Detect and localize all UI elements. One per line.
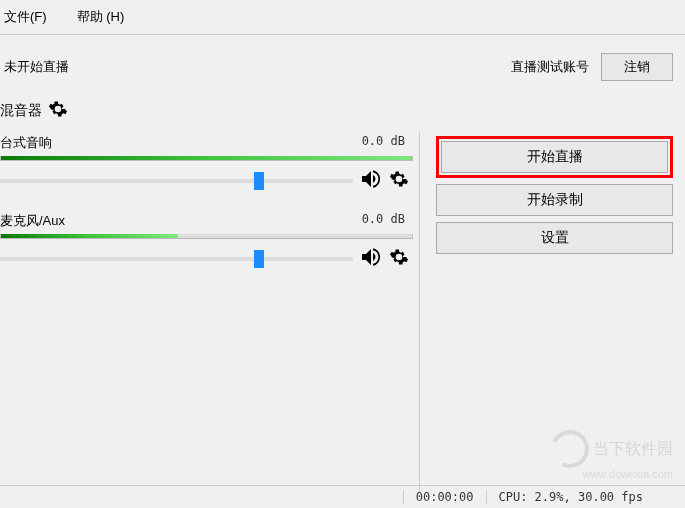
level-meter [0,156,413,161]
watermark-logo-icon [546,425,595,474]
gear-icon[interactable] [389,169,409,192]
stream-status-label: 未开始直播 [4,58,69,76]
watermark-url: www.downxia.com [551,468,673,480]
settings-button[interactable]: 设置 [436,222,673,254]
slider-thumb[interactable] [254,172,264,190]
gear-icon[interactable] [389,247,409,270]
level-fill [1,156,412,160]
status-time: 00:00:00 [403,490,486,504]
level-meter [0,234,413,239]
mixer-title: 混音器 [0,102,42,120]
mixer-item-name: 麦克风/Aux [0,212,65,230]
mixer-item: 麦克风/Aux 0.0 dB [0,210,413,272]
gear-icon[interactable] [48,99,68,122]
mixer-item: 台式音响 0.0 dB [0,132,413,194]
account-label: 直播测试账号 [511,58,589,76]
status-row: 未开始直播 直播测试账号 注销 [0,35,685,91]
watermark-text: 当下软件园 [593,439,673,460]
speaker-icon[interactable] [359,245,383,272]
menubar: 文件(F) 帮助 (H) [0,0,685,34]
watermark: 当下软件园 www.downxia.com [551,430,673,480]
menu-file[interactable]: 文件(F) [4,8,47,26]
status-cpu: CPU: 2.9%, 30.00 fps [486,490,656,504]
mixer-item-name: 台式音响 [0,134,52,152]
volume-slider[interactable] [0,179,353,183]
volume-slider[interactable] [0,257,353,261]
logout-button[interactable]: 注销 [601,53,673,81]
menu-help[interactable]: 帮助 (H) [77,8,125,26]
start-record-button[interactable]: 开始录制 [436,184,673,216]
slider-thumb[interactable] [254,250,264,268]
start-stream-button[interactable]: 开始直播 [441,141,668,173]
mixer-panel: 台式音响 0.0 dB 麦克风/Aux 0.0 dB [0,132,420,492]
mixer-item-db: 0.0 dB [362,134,405,152]
level-fill [1,234,178,238]
highlight-annotation: 开始直播 [436,136,673,178]
status-bar: 00:00:00 CPU: 2.9%, 30.00 fps [0,485,685,508]
mixer-item-db: 0.0 dB [362,212,405,230]
speaker-icon[interactable] [359,167,383,194]
mixer-header: 混音器 [0,91,685,132]
